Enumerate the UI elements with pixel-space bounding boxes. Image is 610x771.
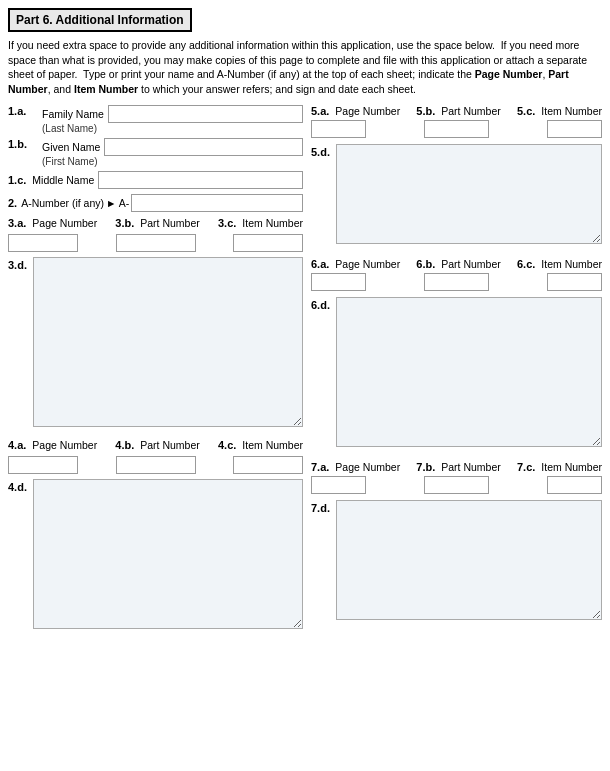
field-3d-textarea[interactable] (33, 257, 303, 427)
page-number-4a-input[interactable] (8, 456, 78, 474)
field-3abc-row: 3.a. Page Number 3.b. Part Number 3.c. I… (8, 217, 303, 229)
field-2-row: 2. A-Number (if any) ► A- (8, 194, 303, 212)
field-3a-label: Page Number (32, 217, 97, 229)
given-name-input[interactable] (104, 138, 303, 156)
item-number-3c-input[interactable] (233, 234, 303, 252)
field-2-arrow: ► A- (106, 197, 129, 209)
field-1b-num: 1.b. (8, 138, 27, 150)
part-number-4b-input[interactable] (116, 456, 196, 474)
field-6a-num: 6.a. (311, 258, 329, 270)
field-6a-label: Page Number (335, 258, 400, 270)
field-5abc-row: 5.a. Page Number 5.b. Part Number 5.c. I… (311, 105, 602, 117)
field-5abc-section: 5.a. Page Number 5.b. Part Number 5.c. I… (311, 105, 602, 138)
field-4b-label: Part Number (140, 439, 200, 451)
field-5d-section: 5.d. (311, 144, 602, 252)
item-number-7c-input[interactable] (547, 476, 602, 494)
field-1c-label: Middle Name (32, 174, 94, 186)
field-5a-num: 5.a. (311, 105, 329, 117)
field-1c-num: 1.c. (8, 174, 26, 186)
right-column: 5.a. Page Number 5.b. Part Number 5.c. I… (311, 105, 602, 637)
field-3c-num: 3.c. (218, 217, 236, 229)
field-5a-label: Page Number (335, 105, 400, 117)
part-number-7b-input[interactable] (424, 476, 489, 494)
family-name-input[interactable] (108, 105, 303, 123)
intro-text: If you need extra space to provide any a… (8, 38, 602, 97)
field-6abc-section: 6.a. Page Number 6.b. Part Number 6.c. I… (311, 258, 602, 291)
field-7b-label: Part Number (441, 461, 501, 473)
field-7a-label: Page Number (335, 461, 400, 473)
field-7b-num: 7.b. (416, 461, 435, 473)
field-7c-label: Item Number (541, 461, 602, 473)
field-1a-row: 1.a. Family Name (Last Name) (8, 105, 303, 134)
field-3d-section: 3.d. (8, 257, 303, 435)
field-4a-num: 4.a. (8, 439, 26, 451)
field-5abc-inputs (311, 120, 602, 138)
field-7d-label: 7.d. (311, 500, 330, 628)
field-1a-sublabel: (Last Name) (42, 123, 303, 134)
field-1b-sublabel: (First Name) (42, 156, 303, 167)
field-6c-label: Item Number (541, 258, 602, 270)
field-7d-textarea[interactable] (336, 500, 602, 620)
field-7abc-row: 7.a. Page Number 7.b. Part Number 7.c. I… (311, 461, 602, 473)
field-7abc-section: 7.a. Page Number 7.b. Part Number 7.c. I… (311, 461, 602, 494)
field-4a-label: Page Number (32, 439, 97, 451)
field-1b-label: Given Name (42, 141, 100, 153)
part-header: Part 6. Additional Information (8, 8, 602, 38)
field-3b-label: Part Number (140, 217, 200, 229)
field-7c-num: 7.c. (517, 461, 535, 473)
item-number-4c-input[interactable] (233, 456, 303, 474)
field-4b-num: 4.b. (115, 439, 134, 451)
field-6b-num: 6.b. (416, 258, 435, 270)
field-7a-num: 7.a. (311, 461, 329, 473)
part-number-5b-input[interactable] (424, 120, 489, 138)
field-1a-label: Family Name (42, 108, 104, 120)
field-2-label: A-Number (if any) (21, 197, 104, 209)
page-number-5a-input[interactable] (311, 120, 366, 138)
field-6c-num: 6.c. (517, 258, 535, 270)
field-6d-label: 6.d. (311, 297, 330, 455)
field-4c-label: Item Number (242, 439, 303, 451)
field-5c-label: Item Number (541, 105, 602, 117)
field-5c-num: 5.c. (517, 105, 535, 117)
field-5d-textarea[interactable] (336, 144, 602, 244)
left-column: 1.a. Family Name (Last Name) 1.b. Given … (8, 105, 303, 637)
field-6d-textarea[interactable] (336, 297, 602, 447)
field-5b-num: 5.b. (416, 105, 435, 117)
field-4d-textarea[interactable] (33, 479, 303, 629)
a-number-input[interactable] (131, 194, 303, 212)
part-number: Part 6. (16, 13, 53, 27)
field-1a-num: 1.a. (8, 105, 26, 117)
field-3a-num: 3.a. (8, 217, 26, 229)
field-3abc-inputs (8, 234, 303, 252)
field-5b-label: Part Number (441, 105, 501, 117)
field-4d-label: 4.d. (8, 479, 27, 637)
item-number-6c-input[interactable] (547, 273, 602, 291)
field-7d-section: 7.d. (311, 500, 602, 628)
field-6abc-inputs (311, 273, 602, 291)
field-6d-section: 6.d. (311, 297, 602, 455)
page-number-7a-input[interactable] (311, 476, 366, 494)
part-title: Additional Information (56, 13, 184, 27)
item-number-5c-input[interactable] (547, 120, 602, 138)
part-number-6b-input[interactable] (424, 273, 489, 291)
middle-name-input[interactable] (98, 171, 303, 189)
page-number-3a-input[interactable] (8, 234, 78, 252)
field-4abc-row: 4.a. Page Number 4.b. Part Number 4.c. I… (8, 439, 303, 451)
page-number-6a-input[interactable] (311, 273, 366, 291)
field-2-num: 2. (8, 197, 17, 209)
field-4c-num: 4.c. (218, 439, 236, 451)
field-4d-section: 4.d. (8, 479, 303, 637)
field-3b-num: 3.b. (115, 217, 134, 229)
field-6abc-row: 6.a. Page Number 6.b. Part Number 6.c. I… (311, 258, 602, 270)
field-7abc-inputs (311, 476, 602, 494)
field-3c-label: Item Number (242, 217, 303, 229)
field-6b-label: Part Number (441, 258, 501, 270)
field-5d-label: 5.d. (311, 144, 330, 252)
field-1b-row: 1.b. Given Name (First Name) (8, 138, 303, 167)
part-number-3b-input[interactable] (116, 234, 196, 252)
field-3d-label: 3.d. (8, 257, 27, 435)
field-1c-row: 1.c. Middle Name (8, 171, 303, 189)
field-4abc-inputs (8, 456, 303, 474)
